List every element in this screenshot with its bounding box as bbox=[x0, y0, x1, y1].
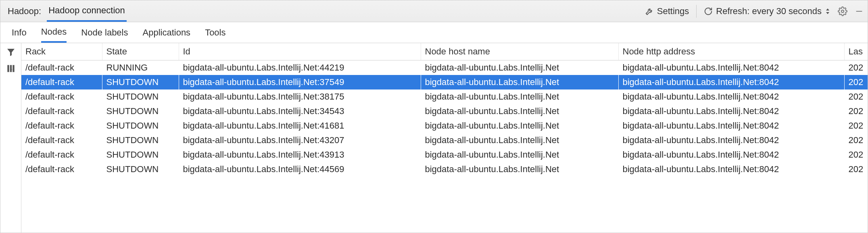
cell-id: bigdata-all-ubuntu.Labs.Intellij.Net:381… bbox=[179, 89, 421, 104]
cell-host: bigdata-all-ubuntu.Labs.Intellij.Net bbox=[421, 119, 618, 133]
svg-rect-5 bbox=[7, 65, 9, 72]
cell-host: bigdata-all-ubuntu.Labs.Intellij.Net bbox=[421, 60, 618, 75]
cell-host: bigdata-all-ubuntu.Labs.Intellij.Net bbox=[421, 133, 618, 148]
refresh-icon bbox=[704, 7, 713, 16]
cell-last: 202 bbox=[844, 148, 868, 162]
table-row[interactable]: /default-rackSHUTDOWNbigdata-all-ubuntu.… bbox=[21, 119, 868, 133]
table-row[interactable]: /default-rackRUNNINGbigdata-all-ubuntu.L… bbox=[21, 60, 868, 75]
hadoop-toolwindow: Hadoop: Hadoop connection Settings Refre… bbox=[0, 0, 868, 233]
header-prefix: Hadoop: bbox=[8, 6, 41, 17]
cell-last: 202 bbox=[844, 60, 868, 75]
cell-rack: /default-rack bbox=[21, 75, 102, 89]
table-row[interactable]: /default-rackSHUTDOWNbigdata-all-ubuntu.… bbox=[21, 162, 868, 177]
refresh-label: Refresh: every 30 seconds bbox=[716, 6, 822, 17]
minimize-icon[interactable] bbox=[855, 7, 864, 16]
cell-id: bigdata-all-ubuntu.Labs.Intellij.Net:439… bbox=[179, 148, 421, 162]
col-header-last[interactable]: Las bbox=[844, 43, 868, 60]
updown-icon bbox=[825, 7, 830, 15]
tab-tools[interactable]: Tools bbox=[205, 22, 225, 43]
cell-id: bigdata-all-ubuntu.Labs.Intellij.Net:375… bbox=[179, 75, 421, 89]
cell-state: RUNNING bbox=[102, 60, 179, 75]
cell-last: 202 bbox=[844, 119, 868, 133]
cell-state: SHUTDOWN bbox=[102, 133, 179, 148]
tab-applications[interactable]: Applications bbox=[142, 22, 190, 43]
cell-id: bigdata-all-ubuntu.Labs.Intellij.Net:416… bbox=[179, 119, 421, 133]
cell-rack: /default-rack bbox=[21, 89, 102, 104]
table-row[interactable]: /default-rackSHUTDOWNbigdata-all-ubuntu.… bbox=[21, 104, 868, 119]
cell-id: bigdata-all-ubuntu.Labs.Intellij.Net:345… bbox=[179, 104, 421, 119]
nodes-table-wrap: Rack State Id Node host name Node http a… bbox=[21, 43, 868, 233]
cell-host: bigdata-all-ubuntu.Labs.Intellij.Net bbox=[421, 148, 618, 162]
svg-rect-7 bbox=[13, 65, 14, 72]
cell-http: bigdata-all-ubuntu.Labs.Intellij.Net:804… bbox=[618, 119, 844, 133]
cell-id: bigdata-all-ubuntu.Labs.Intellij.Net:432… bbox=[179, 133, 421, 148]
cell-state: SHUTDOWN bbox=[102, 75, 179, 89]
svg-marker-0 bbox=[826, 8, 829, 10]
refresh-dropdown[interactable]: Refresh: every 30 seconds bbox=[704, 6, 830, 17]
cell-rack: /default-rack bbox=[21, 162, 102, 177]
cell-id: bigdata-all-ubuntu.Labs.Intellij.Net:445… bbox=[179, 162, 421, 177]
col-header-http[interactable]: Node http address bbox=[618, 43, 844, 60]
svg-point-2 bbox=[841, 10, 844, 12]
table-gutter bbox=[0, 43, 21, 233]
tab-bar: InfoNodesNode labelsApplicationsTools bbox=[0, 22, 868, 43]
cell-rack: /default-rack bbox=[21, 133, 102, 148]
settings-button[interactable]: Settings bbox=[645, 6, 689, 17]
cell-last: 202 bbox=[844, 89, 868, 104]
cell-http: bigdata-all-ubuntu.Labs.Intellij.Net:804… bbox=[618, 162, 844, 177]
settings-label: Settings bbox=[657, 6, 689, 17]
table-row[interactable]: /default-rackSHUTDOWNbigdata-all-ubuntu.… bbox=[21, 75, 868, 89]
gear-icon[interactable] bbox=[838, 6, 847, 16]
cell-http: bigdata-all-ubuntu.Labs.Intellij.Net:804… bbox=[618, 104, 844, 119]
cell-host: bigdata-all-ubuntu.Labs.Intellij.Net bbox=[421, 75, 618, 89]
table-row[interactable]: /default-rackSHUTDOWNbigdata-all-ubuntu.… bbox=[21, 89, 868, 104]
col-header-rack[interactable]: Rack bbox=[21, 43, 102, 60]
connection-tab-label: Hadoop connection bbox=[48, 5, 125, 16]
svg-marker-1 bbox=[826, 12, 829, 14]
cell-host: bigdata-all-ubuntu.Labs.Intellij.Net bbox=[421, 162, 618, 177]
wrench-icon bbox=[645, 7, 654, 16]
table-row[interactable]: /default-rackSHUTDOWNbigdata-all-ubuntu.… bbox=[21, 133, 868, 148]
col-header-state[interactable]: State bbox=[102, 43, 179, 60]
table-header-row: Rack State Id Node host name Node http a… bbox=[21, 43, 868, 60]
cell-last: 202 bbox=[844, 133, 868, 148]
svg-marker-4 bbox=[7, 49, 15, 56]
col-header-host[interactable]: Node host name bbox=[421, 43, 618, 60]
cell-rack: /default-rack bbox=[21, 104, 102, 119]
cell-state: SHUTDOWN bbox=[102, 162, 179, 177]
svg-rect-6 bbox=[10, 65, 11, 72]
tab-info[interactable]: Info bbox=[12, 22, 27, 43]
col-header-id[interactable]: Id bbox=[179, 43, 421, 60]
cell-http: bigdata-all-ubuntu.Labs.Intellij.Net:804… bbox=[618, 75, 844, 89]
cell-http: bigdata-all-ubuntu.Labs.Intellij.Net:804… bbox=[618, 148, 844, 162]
cell-host: bigdata-all-ubuntu.Labs.Intellij.Net bbox=[421, 104, 618, 119]
cell-state: SHUTDOWN bbox=[102, 148, 179, 162]
cell-last: 202 bbox=[844, 75, 868, 89]
cell-state: SHUTDOWN bbox=[102, 89, 179, 104]
connection-tab[interactable]: Hadoop connection bbox=[47, 0, 127, 22]
table-row[interactable]: /default-rackSHUTDOWNbigdata-all-ubuntu.… bbox=[21, 148, 868, 162]
cell-state: SHUTDOWN bbox=[102, 104, 179, 119]
cell-rack: /default-rack bbox=[21, 119, 102, 133]
cell-state: SHUTDOWN bbox=[102, 119, 179, 133]
cell-last: 202 bbox=[844, 104, 868, 119]
cell-last: 202 bbox=[844, 162, 868, 177]
filter-icon[interactable] bbox=[6, 47, 16, 57]
cell-rack: /default-rack bbox=[21, 60, 102, 75]
cell-host: bigdata-all-ubuntu.Labs.Intellij.Net bbox=[421, 89, 618, 104]
cell-id: bigdata-all-ubuntu.Labs.Intellij.Net:442… bbox=[179, 60, 421, 75]
nodes-table: Rack State Id Node host name Node http a… bbox=[21, 43, 868, 177]
cell-http: bigdata-all-ubuntu.Labs.Intellij.Net:804… bbox=[618, 133, 844, 148]
cell-http: bigdata-all-ubuntu.Labs.Intellij.Net:804… bbox=[618, 60, 844, 75]
cell-http: bigdata-all-ubuntu.Labs.Intellij.Net:804… bbox=[618, 89, 844, 104]
separator bbox=[696, 5, 697, 18]
tab-node-labels[interactable]: Node labels bbox=[81, 22, 128, 43]
columns-icon[interactable] bbox=[6, 63, 16, 74]
toolwindow-header: Hadoop: Hadoop connection Settings Refre… bbox=[0, 0, 868, 22]
cell-rack: /default-rack bbox=[21, 148, 102, 162]
tab-nodes[interactable]: Nodes bbox=[41, 22, 67, 43]
